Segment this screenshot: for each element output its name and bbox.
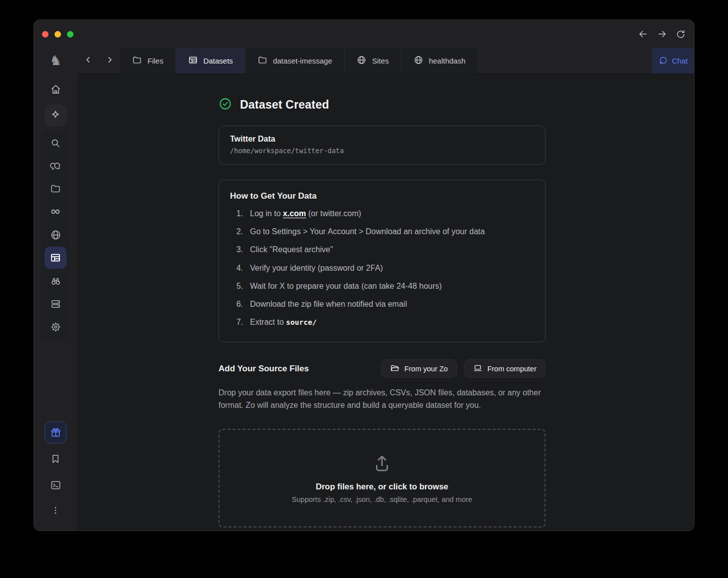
howto-steps: 1. Log in to x.com (or twitter.com) 2. G… (230, 208, 534, 328)
add-source-files-title: Add Your Source Files (218, 364, 374, 374)
table-icon (50, 252, 62, 264)
dataset-name: Twitter Data (230, 135, 534, 144)
zoom-button[interactable] (67, 31, 74, 38)
source-dir-code: source/ (286, 318, 316, 326)
home-icon (50, 84, 62, 95)
howto-step: 3. Click "Request archive" (230, 244, 534, 255)
datasets-page: Dataset Created Twitter Data /home/works… (78, 74, 694, 530)
chat-label: Chat (672, 57, 688, 65)
howto-card: How to Get Your Data 1. Log in to x.com … (218, 180, 546, 342)
ellipsis-icon (50, 505, 60, 515)
folder-icon (258, 55, 268, 67)
dropzone-title: Drop files here, or click to browse (316, 482, 448, 491)
refresh-icon[interactable] (676, 29, 686, 40)
gear-icon (50, 321, 62, 333)
tab-forward-icon[interactable] (106, 56, 114, 66)
sidebar-item-gift[interactable] (44, 421, 66, 443)
howto-step: 7. Extract to source/ (230, 316, 534, 328)
from-computer-button[interactable]: From computer (464, 359, 546, 378)
success-check-icon (218, 97, 232, 113)
howto-step: 2. Go to Settings > Your Account > Downl… (230, 226, 534, 237)
howto-step: 1. Log in to x.com (or twitter.com) (230, 208, 534, 219)
tab-label: Files (148, 57, 164, 65)
folder-open-icon (390, 363, 400, 374)
sidebar-item-servers[interactable] (44, 293, 66, 315)
folder-icon (132, 55, 142, 67)
folder-icon (50, 183, 61, 194)
file-dropzone[interactable]: Drop files here, or click to browse Supp… (218, 429, 546, 527)
binoculars-icon (50, 275, 62, 287)
upload-icon (372, 453, 392, 476)
minimize-button[interactable] (54, 31, 61, 38)
sidebar-item-history[interactable] (44, 201, 66, 223)
back-icon[interactable] (638, 29, 648, 40)
tab-label: Sites (372, 57, 388, 65)
close-button[interactable] (42, 31, 48, 38)
sidebar-item-browser[interactable] (44, 224, 66, 246)
dataset-path: /home/workspace/twitter-data (230, 147, 534, 155)
sparkle-icon (50, 110, 62, 122)
tab-strip: Files Datasets dataset-imessage Sites he… (78, 48, 694, 74)
table-icon (188, 55, 198, 67)
tab-label: healthdash (429, 57, 466, 65)
tab-datasets[interactable]: Datasets (176, 48, 246, 74)
sidebar-item-explore[interactable] (44, 270, 66, 292)
howto-step: 4. Verify your identity (password or 2FA… (230, 262, 534, 274)
chat-bubble-icon (658, 56, 668, 67)
gift-icon (50, 427, 62, 438)
xcom-link[interactable]: x.com (283, 209, 306, 218)
sidebar-item-search[interactable] (44, 132, 66, 154)
howto-title: How to Get Your Data (230, 191, 534, 201)
app-window: ♞ (34, 20, 694, 530)
sidebar-item-terminal[interactable] (44, 474, 66, 496)
sidebar-item-messages[interactable] (44, 155, 66, 177)
source-files-description: Drop your data export files here — zip a… (218, 387, 546, 412)
sidebar-item-home[interactable] (44, 78, 66, 100)
forward-icon[interactable] (656, 29, 668, 40)
tab-files[interactable]: Files (120, 48, 176, 74)
tab-label: Datasets (204, 57, 233, 65)
sidebar-item-files[interactable] (44, 178, 66, 200)
howto-step: 6. Download the zip file when notified v… (230, 298, 534, 310)
sidebar-item-settings[interactable] (44, 316, 66, 338)
tab-sites[interactable]: Sites (344, 48, 401, 74)
chat-bubbles-icon (50, 161, 62, 172)
howto-step: 5. Wait for X to prepare your data (can … (230, 280, 534, 292)
bookmark-icon (50, 453, 61, 464)
page-title: Dataset Created (240, 98, 329, 112)
globe-icon (356, 55, 366, 67)
sidebar: ♞ (34, 48, 78, 530)
sidebar-item-bookmarks[interactable] (44, 448, 66, 470)
sidebar-item-assistant[interactable] (44, 105, 66, 127)
dropzone-subtitle: Supports .zip, .csv, .json, .db, .sqlite… (292, 495, 472, 503)
server-icon (50, 298, 62, 310)
globe-icon (50, 229, 62, 241)
terminal-icon (50, 479, 62, 491)
pegasus-logo: ♞ (44, 50, 66, 72)
chat-button[interactable]: Chat (652, 48, 694, 74)
tab-healthdash[interactable]: healthdash (402, 48, 478, 74)
search-icon (50, 138, 61, 149)
titlebar (34, 20, 694, 48)
sidebar-item-more[interactable] (44, 499, 66, 521)
globe-icon (414, 55, 424, 67)
from-your-zo-button[interactable]: From your Zo (381, 359, 457, 378)
tab-label: dataset-imessage (273, 57, 332, 65)
laptop-icon (473, 363, 482, 374)
tab-back-icon[interactable] (84, 56, 92, 66)
traffic-lights (42, 20, 74, 48)
dataset-card: Twitter Data /home/workspace/twitter-dat… (218, 126, 546, 165)
sidebar-item-datasets[interactable] (44, 247, 66, 269)
tab-dataset-imessage[interactable]: dataset-imessage (246, 48, 344, 74)
infinity-icon (49, 205, 62, 218)
